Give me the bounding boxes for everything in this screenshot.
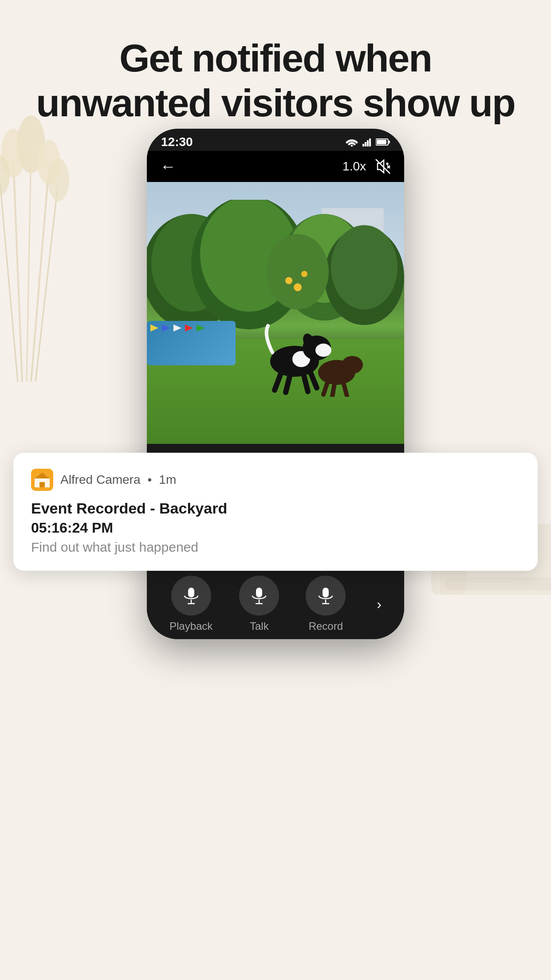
- zoom-level[interactable]: 1.0x: [342, 159, 366, 174]
- pool: [147, 321, 236, 365]
- talk-label: Talk: [250, 620, 269, 632]
- notification-time-ago: 1m: [159, 473, 176, 487]
- more-controls-chevron[interactable]: ›: [377, 596, 382, 612]
- svg-rect-16: [365, 142, 366, 146]
- svg-point-43: [315, 344, 331, 357]
- svg-rect-15: [362, 144, 364, 146]
- camera-feed: [147, 182, 404, 444]
- svg-line-1: [27, 151, 31, 382]
- wifi-icon: [346, 138, 358, 146]
- playback-control[interactable]: Playback: [169, 576, 213, 632]
- notification-card: Alfred Camera • 1m Event Recorded - Back…: [13, 453, 538, 571]
- svg-line-45: [275, 372, 281, 390]
- record-control[interactable]: Record: [306, 576, 346, 632]
- svg-point-38: [294, 283, 302, 291]
- notification-event-body: Find out what just happened: [31, 540, 520, 555]
- svg-rect-13: [445, 577, 551, 590]
- talk-button[interactable]: [239, 576, 279, 616]
- notification-app-name: Alfred Camera: [60, 473, 141, 487]
- svg-rect-55: [188, 588, 194, 597]
- svg-rect-20: [388, 141, 390, 143]
- record-mic-icon: [316, 586, 335, 605]
- playback-button[interactable]: [171, 576, 211, 616]
- status-bar: 12:30: [147, 132, 404, 152]
- notification-header: Alfred Camera • 1m: [31, 469, 520, 491]
- notification-event-time: 05:16:24 PM: [31, 520, 520, 536]
- svg-line-51: [323, 381, 328, 395]
- alfred-camera-app-icon: [31, 469, 53, 491]
- mute-icon[interactable]: [375, 158, 391, 174]
- battery-icon: [376, 138, 390, 146]
- svg-line-53: [343, 383, 347, 396]
- svg-point-36: [285, 277, 292, 284]
- signal-icon: [362, 138, 371, 146]
- camera-image: [147, 182, 404, 444]
- svg-point-37: [301, 271, 307, 277]
- svg-line-47: [303, 374, 308, 391]
- status-time: 12:30: [161, 135, 193, 149]
- svg-point-34: [331, 225, 398, 309]
- svg-line-46: [286, 375, 290, 392]
- playback-label: Playback: [169, 620, 213, 632]
- svg-line-48: [310, 371, 317, 388]
- svg-rect-67: [39, 482, 45, 487]
- talk-mic-icon: [249, 586, 269, 605]
- notification-dot: •: [148, 473, 152, 487]
- playback-mic-icon: [181, 586, 201, 605]
- svg-point-35: [267, 234, 329, 309]
- svg-rect-58: [256, 588, 262, 597]
- back-button[interactable]: ←: [160, 157, 176, 176]
- bottom-controls: Playback Talk: [147, 567, 404, 639]
- notification-event-title: Event Recorded - Backyard: [31, 500, 520, 517]
- svg-line-2: [31, 169, 49, 382]
- zoom-mute-container: 1.0x: [342, 158, 391, 174]
- header-section: Get notified when unwanted visitors show…: [0, 36, 551, 125]
- record-label: Record: [309, 620, 343, 632]
- svg-line-52: [332, 383, 335, 397]
- svg-rect-17: [367, 140, 369, 146]
- svg-point-9: [48, 158, 69, 201]
- page-title: Get notified when unwanted visitors show…: [35, 36, 516, 125]
- status-icons: [346, 138, 390, 146]
- svg-point-50: [342, 356, 363, 374]
- svg-rect-21: [377, 140, 386, 144]
- app-top-bar: ← 1.0x: [147, 151, 404, 182]
- svg-rect-61: [323, 588, 329, 597]
- record-button[interactable]: [306, 576, 346, 616]
- dogs-svg: [259, 308, 366, 397]
- talk-control[interactable]: Talk: [239, 576, 279, 632]
- svg-point-14: [351, 145, 353, 147]
- svg-rect-18: [369, 138, 371, 146]
